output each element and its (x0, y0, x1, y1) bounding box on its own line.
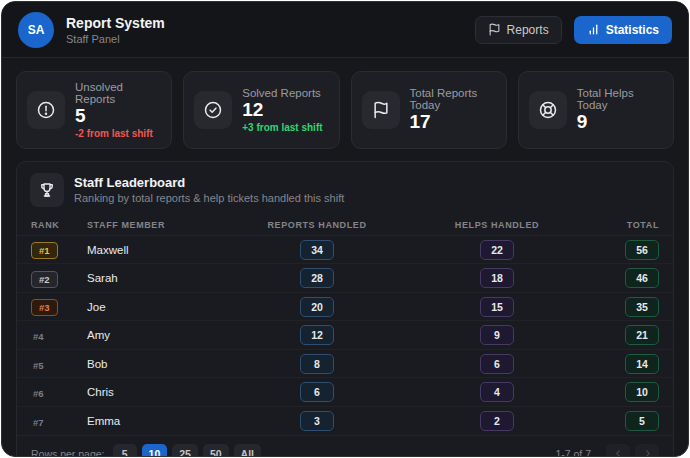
staff-name: Bob (87, 358, 227, 370)
reports-handled-badge: 6 (300, 382, 334, 402)
stat-card-total-reports: Total Reports Today 17 (351, 71, 507, 149)
stat-delta: -2 from last shift (75, 128, 161, 139)
reports-handled-badge: 12 (300, 325, 334, 345)
rank-badge: #3 (31, 299, 58, 316)
table-row[interactable]: #6 Chris 6 4 10 (17, 378, 673, 407)
table-header-row: Rank Staff Member Reports Handled Helps … (17, 216, 673, 236)
stats-row: Unsolved Reports 5 -2 from last shift So… (2, 58, 688, 161)
page-size-button-25[interactable]: 25 (172, 444, 198, 457)
reports-button-label: Reports (507, 23, 549, 37)
trophy-icon (30, 173, 64, 207)
total-badge: 21 (625, 325, 659, 345)
statistics-button[interactable]: Statistics (574, 16, 672, 44)
rank-badge: #7 (31, 415, 51, 430)
leaderboard-subtitle: Ranking by total reports & help tickets … (74, 192, 344, 204)
stat-value: 12 (242, 100, 322, 121)
page-range: 1-7 of 7 (555, 448, 591, 457)
helps-handled-badge: 15 (480, 297, 514, 317)
rank-badge: #5 (31, 358, 51, 373)
reports-handled-badge: 20 (300, 297, 334, 317)
rank-badge: #1 (31, 242, 58, 259)
reports-handled-badge: 34 (300, 240, 334, 260)
reports-handled-badge: 3 (300, 411, 334, 431)
page-size-button-5[interactable]: 5 (113, 444, 137, 457)
page-subtitle: Staff Panel (66, 33, 165, 45)
page-size-button-all[interactable]: All (234, 444, 261, 457)
table-row[interactable]: #1 Maxwell 34 22 56 (17, 236, 673, 265)
stat-card-unsolved: Unsolved Reports 5 -2 from last shift (16, 71, 172, 149)
page-title: Report System (66, 15, 165, 31)
report-system-window: SA Report System Staff Panel Reports Sta… (1, 1, 689, 457)
stat-delta: +3 from last shift (242, 122, 322, 133)
stat-value: 9 (577, 112, 663, 133)
stat-card-total-helps: Total Helps Today 9 (518, 71, 674, 149)
table-row[interactable]: #3 Joe 20 15 35 (17, 293, 673, 322)
reports-handled-badge: 8 (300, 354, 334, 374)
life-buoy-icon (529, 91, 567, 129)
check-circle-icon (194, 91, 232, 129)
column-header-total: Total (587, 220, 659, 230)
staff-leaderboard: Staff Leaderboard Ranking by total repor… (16, 161, 674, 457)
total-badge: 35 (625, 297, 659, 317)
page-size-buttons: 5102550All (113, 444, 266, 457)
table-body: #1 Maxwell 34 22 56 #2 Sarah 28 18 46 #3… (17, 236, 673, 436)
staff-name: Maxwell (87, 244, 227, 256)
staff-name: Joe (87, 301, 227, 313)
stat-value: 5 (75, 106, 161, 127)
page-size-button-50[interactable]: 50 (203, 444, 229, 457)
total-badge: 5 (625, 411, 659, 431)
rank-badge: #4 (31, 329, 51, 344)
stat-card-solved: Solved Reports 12 +3 from last shift (183, 71, 339, 149)
reports-handled-badge: 28 (300, 268, 334, 288)
helps-handled-badge: 6 (480, 354, 514, 374)
total-badge: 56 (625, 240, 659, 260)
table-footer: Rows per page: 5102550All 1-7 of 7 (17, 435, 673, 457)
total-badge: 14 (625, 354, 659, 374)
staff-name: Emma (87, 415, 227, 427)
stat-label: Total Reports Today (410, 87, 496, 111)
flag-icon (362, 91, 400, 129)
rows-per-page-label: Rows per page: (31, 448, 105, 457)
leaderboard-header: Staff Leaderboard Ranking by total repor… (17, 162, 673, 216)
table-row[interactable]: #2 Sarah 28 18 46 (17, 264, 673, 293)
flag-icon (488, 23, 501, 36)
rank-badge: #6 (31, 386, 51, 401)
helps-handled-badge: 9 (480, 325, 514, 345)
stat-label: Total Helps Today (577, 87, 663, 111)
bar-chart-icon (587, 23, 600, 36)
next-page-button[interactable] (635, 444, 659, 457)
statistics-button-label: Statistics (606, 23, 659, 37)
column-header-reports-handled: Reports Handled (227, 220, 407, 230)
total-badge: 10 (625, 382, 659, 402)
chevron-left-icon (613, 445, 624, 457)
reports-button[interactable]: Reports (475, 16, 562, 44)
table-row[interactable]: #7 Emma 3 2 5 (17, 407, 673, 436)
staff-name: Sarah (87, 272, 227, 284)
avatar[interactable]: SA (18, 12, 54, 48)
stat-label: Unsolved Reports (75, 81, 161, 105)
helps-handled-badge: 4 (480, 382, 514, 402)
alert-circle-icon (27, 91, 65, 129)
stat-label: Solved Reports (242, 87, 322, 99)
helps-handled-badge: 22 (480, 240, 514, 260)
total-badge: 46 (625, 268, 659, 288)
page-size-button-10[interactable]: 10 (142, 444, 168, 457)
staff-name: Chris (87, 386, 227, 398)
previous-page-button[interactable] (606, 444, 630, 457)
leaderboard-title: Staff Leaderboard (74, 175, 344, 190)
rank-badge: #2 (31, 271, 58, 288)
top-bar: SA Report System Staff Panel Reports Sta… (2, 2, 688, 58)
chevron-right-icon (642, 445, 653, 457)
column-header-helps-handled: Helps Handled (407, 220, 587, 230)
stat-value: 17 (410, 112, 496, 133)
table-row[interactable]: #5 Bob 8 6 14 (17, 350, 673, 379)
column-header-rank: Rank (31, 220, 87, 230)
header-titles: Report System Staff Panel (66, 15, 165, 45)
staff-name: Amy (87, 329, 227, 341)
column-header-staff-member: Staff Member (87, 220, 227, 230)
table-row[interactable]: #4 Amy 12 9 21 (17, 321, 673, 350)
helps-handled-badge: 2 (480, 411, 514, 431)
helps-handled-badge: 18 (480, 268, 514, 288)
